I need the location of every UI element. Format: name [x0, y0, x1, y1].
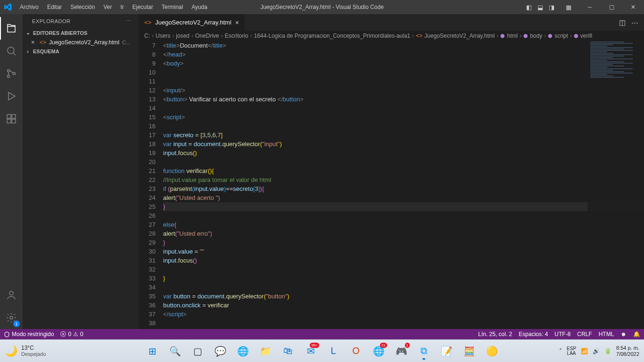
- menu-selección[interactable]: Selección: [66, 2, 99, 12]
- menu-ver[interactable]: Ver: [99, 2, 116, 12]
- extensions-icon[interactable]: [0, 107, 23, 130]
- breadcrumb-item[interactable]: C:: [144, 33, 150, 39]
- code-line[interactable]: input.value = "": [163, 247, 644, 256]
- code-editor[interactable]: 7891011121314151617181920212223242526272…: [139, 41, 644, 329]
- breadcrumb-item[interactable]: script: [554, 33, 568, 39]
- breadcrumb-item[interactable]: html: [507, 33, 518, 39]
- code-line[interactable]: alert("Usted acerto "): [163, 193, 644, 202]
- taskbar-app-chat[interactable]: 💬: [211, 342, 230, 361]
- code-line[interactable]: button.onclick = verificar: [163, 301, 644, 310]
- taskbar-app-notepad[interactable]: 📝: [437, 342, 456, 361]
- maximize-button[interactable]: ▢: [601, 0, 622, 14]
- code-line[interactable]: function verificar(){: [163, 166, 644, 175]
- notifications-icon[interactable]: 🔔: [633, 331, 640, 337]
- code-line[interactable]: [163, 122, 644, 131]
- taskbar-app-discord[interactable]: 🎮1: [392, 342, 411, 361]
- customize-layout-icon[interactable]: ▦: [564, 2, 573, 12]
- taskbar-app-explorer[interactable]: 📁: [256, 342, 275, 361]
- code-line[interactable]: [163, 319, 644, 328]
- taskbar-app-calc[interactable]: 🧮: [460, 342, 479, 361]
- breadcrumb-item[interactable]: Escritorio: [225, 33, 248, 39]
- wifi-icon[interactable]: 📶: [581, 348, 588, 354]
- breadcrumb-item[interactable]: 1644-Logica de Programacion_Conceptos_Pr…: [254, 33, 411, 39]
- taskbar-weather[interactable]: 🌙 13°C Despejado: [5, 345, 46, 357]
- taskbar-app-chrome[interactable]: 🟡: [482, 342, 501, 361]
- breadcrumb-item[interactable]: Users: [156, 33, 170, 39]
- code-line[interactable]: if (parseInt(input.value)==secreto[3]){: [163, 184, 644, 193]
- code-line[interactable]: </head>: [163, 50, 644, 59]
- close-tab-icon[interactable]: ×: [235, 19, 239, 26]
- code-line[interactable]: input.focus(): [163, 256, 644, 265]
- minimap[interactable]: [587, 41, 644, 329]
- code-line[interactable]: <button> Varificar si acerto con el secr…: [163, 95, 644, 104]
- eol[interactable]: CRLF: [577, 331, 592, 337]
- taskbar-app-edge2[interactable]: 🌐21: [369, 342, 388, 361]
- panel-bottom-icon[interactable]: ⬓: [536, 2, 545, 12]
- language-mode[interactable]: HTML: [599, 331, 614, 337]
- menu-editar[interactable]: Editar: [43, 2, 66, 12]
- code-line[interactable]: [163, 77, 644, 86]
- code-line[interactable]: }: [163, 238, 644, 247]
- taskbar-app-start[interactable]: ⊞: [143, 342, 162, 361]
- clock[interactable]: 8:54 p. m. 7/08/2022: [616, 345, 639, 356]
- code-line[interactable]: var secreto = [3,5,6,7]: [163, 131, 644, 140]
- accounts-icon[interactable]: [0, 284, 23, 306]
- language-indicator[interactable]: ESP LAA: [567, 346, 576, 356]
- code-line[interactable]: [163, 211, 644, 220]
- source-control-icon[interactable]: [0, 62, 23, 85]
- sidebar-more-icon[interactable]: ⋯: [126, 18, 132, 24]
- open-editors-section[interactable]: ⌄ EDITORES ABIERTOS: [23, 28, 139, 38]
- outline-section[interactable]: › ESQUEMA: [23, 47, 139, 56]
- cursor-position[interactable]: Lín. 25, col. 2: [478, 331, 512, 337]
- taskbar-app-mail[interactable]: ✉99+: [301, 342, 320, 361]
- code-line[interactable]: var button = document.querySelector("but…: [163, 292, 644, 301]
- code-line[interactable]: <input/>: [163, 86, 644, 95]
- tab-more-icon[interactable]: ⋯: [631, 18, 638, 27]
- tray-chevron-icon[interactable]: ˄: [559, 348, 562, 354]
- run-debug-icon[interactable]: [0, 85, 23, 107]
- menu-ayuda[interactable]: Ayuda: [188, 2, 211, 12]
- volume-icon[interactable]: 🔊: [593, 348, 600, 354]
- panel-left-icon[interactable]: ◧: [524, 2, 534, 12]
- breadcrumb-item[interactable]: verifi: [580, 33, 592, 39]
- battery-icon[interactable]: 🔋: [604, 348, 611, 354]
- breadcrumb-item[interactable]: josed: [176, 33, 190, 39]
- tab-active[interactable]: <> JuegoSecretoV2_Array.html ×: [139, 14, 245, 31]
- code-line[interactable]: [163, 104, 644, 113]
- menu-ir[interactable]: Ir: [116, 2, 127, 12]
- taskbar-app-linkedin[interactable]: L: [324, 342, 343, 361]
- code-lines[interactable]: <title>Document</title> </head> <body> <…: [163, 41, 644, 329]
- code-line[interactable]: <title>Document</title>: [163, 41, 644, 50]
- code-line[interactable]: //Input.value para tomar el valor de htm…: [163, 175, 644, 184]
- explorer-icon[interactable]: [0, 17, 23, 40]
- code-line[interactable]: </script>: [163, 310, 644, 319]
- problems-status[interactable]: ⓧ0 ⚠0: [60, 330, 83, 338]
- restricted-mode[interactable]: Modo restringido: [4, 331, 54, 337]
- panel-right-icon[interactable]: ◨: [547, 2, 556, 12]
- menu-ejecutar[interactable]: Ejecutar: [129, 2, 157, 12]
- breadcrumb-item[interactable]: body: [530, 33, 542, 39]
- breadcrumb-item[interactable]: JuegoSecretoV2_Array.html: [424, 33, 495, 39]
- code-line[interactable]: }: [163, 274, 644, 283]
- minimize-button[interactable]: ─: [579, 0, 601, 14]
- code-line[interactable]: <body>: [163, 59, 644, 68]
- code-line[interactable]: [163, 265, 644, 274]
- taskbar-app-edge[interactable]: 🌐: [233, 342, 252, 361]
- settings-gear-icon[interactable]: 1: [0, 306, 23, 329]
- open-editor-item[interactable]: × <> JuegoSecretoV2_Array.html C...: [23, 38, 139, 47]
- menu-terminal[interactable]: Terminal: [158, 2, 187, 12]
- code-line[interactable]: input.focus(): [163, 148, 644, 157]
- encoding[interactable]: UTF-8: [554, 331, 570, 337]
- indentation[interactable]: Espacios: 4: [519, 331, 548, 337]
- breadcrumb-item[interactable]: OneDrive: [195, 33, 219, 39]
- taskbar-app-search[interactable]: 🔍: [165, 342, 184, 361]
- code-line[interactable]: }: [163, 202, 644, 211]
- breadcrumbs[interactable]: C:›Users›josed›OneDrive›Escritorio›1644-…: [139, 31, 644, 41]
- code-line[interactable]: [163, 283, 644, 292]
- code-line[interactable]: <script>: [163, 113, 644, 122]
- search-icon[interactable]: [0, 40, 23, 62]
- taskbar-app-vscode[interactable]: ⧉: [414, 342, 433, 361]
- feedback-icon[interactable]: ☻: [620, 331, 627, 337]
- split-editor-icon[interactable]: ◫: [619, 18, 626, 27]
- code-line[interactable]: [163, 68, 644, 77]
